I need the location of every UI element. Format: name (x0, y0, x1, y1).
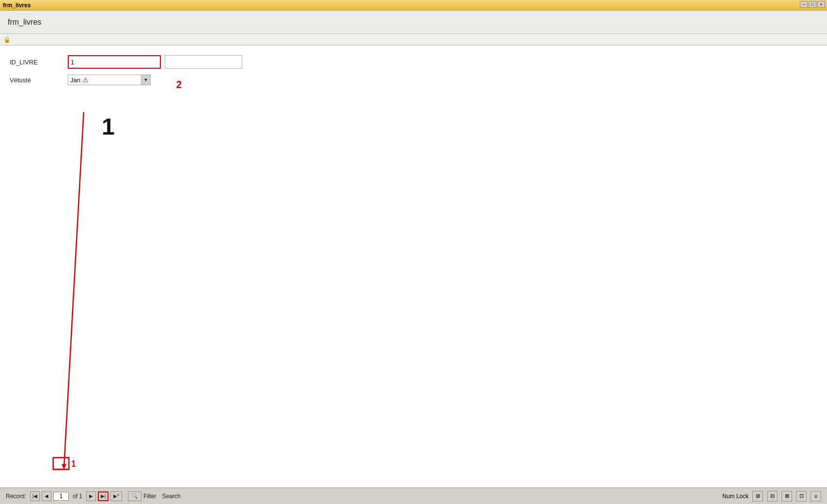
status-icon-3[interactable]: ⊠ (781, 491, 792, 502)
vetuste-select-wrapper: Jan ⚠ ▼ (68, 75, 151, 85)
annotation-1: 1 (102, 113, 115, 140)
nav-new-button[interactable]: ▶* (110, 491, 122, 501)
nav-first-button[interactable]: |◀ (30, 491, 40, 501)
title-bar: frm_livres − □ × (0, 0, 827, 11)
nav-last-button[interactable]: ▶| (98, 491, 109, 501)
svg-marker-1 (62, 464, 66, 469)
status-icon-5[interactable]: ≡ (811, 491, 821, 502)
vetuste-select-text: Jan ⚠ (68, 75, 141, 85)
main-content: ID_LIVRE Vétusté Jan ⚠ ▼ 1 (0, 46, 827, 504)
search-label: Search (162, 493, 181, 500)
id-livre-label: ID_LIVRE (10, 59, 68, 66)
toolbar-strip: 🔒 (0, 34, 827, 46)
status-icon-2[interactable]: ⊟ (767, 491, 778, 502)
vetuste-dropdown-button[interactable]: ▼ (141, 75, 151, 85)
minimize-button[interactable]: − (800, 1, 808, 8)
nav-next-button[interactable]: ▶ (86, 491, 96, 501)
numlock-label: Num Lock (722, 493, 749, 500)
filter-search-area: 🔍 Filter Search (128, 491, 181, 501)
nav-prev-button[interactable]: ◀ (42, 491, 51, 501)
title-bar-controls: − □ × (800, 1, 825, 8)
status-left: Record: |◀ ◀ of 1 ▶ ▶| ▶* 🔍 Filter Searc… (4, 491, 181, 501)
record-current-input[interactable] (53, 492, 69, 501)
svg-line-0 (64, 112, 84, 467)
close-button[interactable]: × (817, 1, 825, 8)
status-icon-4[interactable]: ⊡ (796, 491, 807, 502)
vetuste-row: Vétusté Jan ⚠ ▼ (10, 75, 817, 85)
filter-label: Filter (143, 493, 156, 500)
app-title: frm_livres (8, 18, 41, 27)
warning-icon: ⚠ (82, 76, 89, 84)
record-of-label: of 1 (73, 493, 82, 500)
status-right: Num Lock ⊞ ⊟ ⊠ ⊡ ≡ (722, 491, 821, 502)
app-header: frm_livres (0, 11, 827, 34)
id-livre-input-2[interactable] (165, 55, 242, 69)
title-bar-text: frm_livres (3, 2, 31, 9)
filter-button[interactable]: 🔍 (128, 491, 141, 501)
annotation-arrows: 1 2 (0, 46, 827, 504)
maximize-button[interactable]: □ (809, 1, 816, 8)
vetuste-label: Vétusté (10, 76, 68, 84)
status-icon-1[interactable]: ⊞ (752, 491, 763, 502)
status-bar: Record: |◀ ◀ of 1 ▶ ▶| ▶* 🔍 Filter Searc… (0, 488, 827, 504)
id-livre-input[interactable] (68, 55, 161, 69)
svg-rect-2 (53, 458, 69, 469)
record-label: Record: (6, 493, 26, 500)
lock-icon[interactable]: 🔒 (2, 35, 12, 45)
id-livre-row: ID_LIVRE (10, 55, 817, 69)
svg-text:1: 1 (71, 459, 76, 469)
